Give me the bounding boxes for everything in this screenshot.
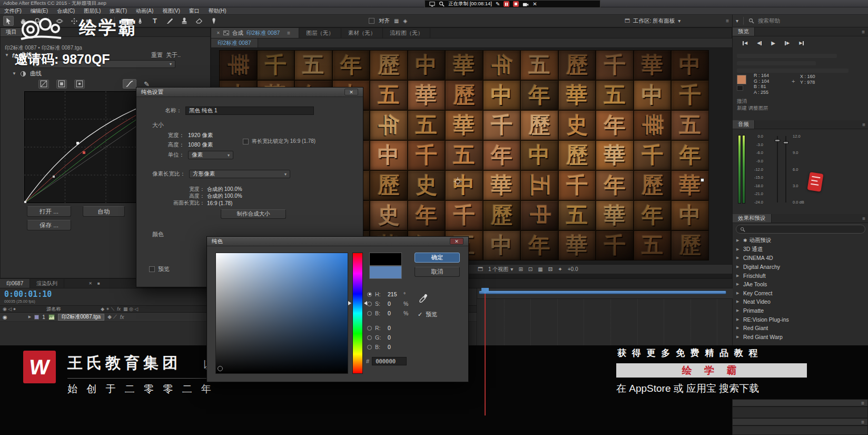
chevron-down-icon[interactable]: ▾ — [678, 18, 680, 24]
expand-icon[interactable]: ▶ — [736, 265, 743, 269]
preset-folder-row[interactable]: ▶CINEMA 4D — [733, 254, 868, 263]
channel-grid-icon[interactable] — [38, 80, 49, 89]
menu-item[interactable]: 视图(V) — [162, 7, 180, 15]
units-dropdown[interactable]: 像素▾ — [188, 151, 233, 159]
width-value[interactable]: 1920 像素 — [188, 132, 213, 139]
color-component-row[interactable]: B:0 — [367, 342, 415, 352]
component-value[interactable]: 0 — [388, 310, 400, 316]
selection-tool[interactable] — [3, 16, 14, 26]
checkerboard-icon[interactable]: ▦ — [538, 266, 542, 272]
layer-visibility-icon[interactable]: ◉ — [3, 314, 7, 320]
workspace-selector[interactable]: 🗖 工作区: 所有面板 ▾ ≡ — [623, 15, 732, 27]
text-tool[interactable]: T — [150, 16, 160, 26]
prev-frame-button[interactable]: ◀ — [754, 41, 764, 45]
expand-icon[interactable]: ▶ — [736, 247, 743, 252]
dialog-titlebar[interactable]: 纯色 ✕ — [207, 237, 468, 246]
menu-item[interactable]: 动画(A) — [136, 7, 153, 15]
expand-icon[interactable]: ▶ — [736, 238, 743, 243]
collapsed-panel-header[interactable]: ≡ — [732, 399, 868, 407]
preset-folder-row[interactable]: ▶Red Giant — [733, 324, 868, 333]
curves-open-button[interactable]: 打开 ... — [27, 206, 71, 217]
preset-folder-row[interactable]: ▶Key Correct — [733, 289, 868, 298]
radio-icon[interactable] — [367, 292, 372, 297]
preset-folder-row[interactable]: ▶✱动画预设 — [733, 236, 868, 245]
track-area[interactable] — [477, 299, 733, 349]
eyedropper-icon[interactable] — [419, 294, 428, 303]
radio-icon[interactable] — [367, 345, 372, 350]
preset-folder-row[interactable]: ▶Primatte — [733, 306, 868, 315]
exposure-value[interactable]: +0.0 — [568, 266, 578, 272]
tab-audio[interactable]: 音频 — [733, 120, 755, 129]
curve-tool-icon[interactable] — [123, 79, 136, 89]
preset-folder-row[interactable]: ▶Digital Anarchy — [733, 263, 868, 272]
preset-folder-row[interactable]: ▶3D 通道 — [733, 245, 868, 254]
panel-menu-icon[interactable]: ≡ — [287, 30, 290, 36]
expand-icon[interactable]: ▶ — [736, 256, 743, 260]
history-undo[interactable]: 撤消 — [737, 98, 747, 105]
camera-icon[interactable] — [522, 2, 529, 7]
lock-aspect-checkbox[interactable] — [243, 139, 249, 144]
puppet-pin-tool[interactable] — [209, 16, 219, 26]
hex-input[interactable]: 000000 — [372, 357, 407, 365]
layer-label-color[interactable] — [34, 315, 39, 320]
source-name-header[interactable]: 源名称 — [46, 306, 61, 313]
pixel-aspect-icon[interactable]: ⊞ — [518, 266, 522, 272]
collapsed-panel-header[interactable]: ≡ — [732, 418, 868, 426]
panel-menu-icon[interactable]: ≡ — [861, 419, 864, 425]
menu-item[interactable]: 帮助(H) — [209, 7, 226, 15]
name-input[interactable]: 黑色 纯色 1 — [185, 107, 314, 115]
comp-panel-tab[interactable]: 流程图（无） — [383, 28, 430, 38]
collapse-icon[interactable]: ▼ — [5, 53, 9, 57]
panel-menu-icon[interactable]: ≡ — [726, 18, 729, 24]
close-icon[interactable]: ✕ — [450, 238, 463, 245]
close-icon[interactable]: ✕ — [216, 31, 220, 35]
ok-button[interactable]: 确定 — [415, 253, 460, 263]
help-search-input[interactable]: 搜索帮助 — [758, 17, 780, 25]
hue-pointer-left[interactable] — [348, 301, 351, 305]
color-component-row[interactable]: R:0 — [367, 323, 415, 333]
tab-preview[interactable]: 预览 — [733, 27, 755, 36]
viewer-tab[interactable]: 印2标准 0087 — [211, 38, 258, 47]
panel-menu-icon[interactable]: ≡ — [862, 216, 865, 221]
component-value[interactable]: 0 — [388, 325, 400, 331]
mask-visibility-icon[interactable]: ⚄ — [548, 266, 553, 272]
height-value[interactable]: 1080 像素 — [188, 141, 213, 149]
layer-name[interactable]: 印2标准0087.tga — [58, 314, 105, 321]
dialog-titlebar[interactable]: 纯色设置 ✕ — [136, 88, 363, 97]
view-count-dropdown[interactable]: 1 个视图▾ — [488, 266, 513, 273]
close-icon[interactable]: ✕ — [532, 2, 537, 7]
expand-icon[interactable]: ▶ — [736, 317, 743, 322]
component-value[interactable]: 215 — [388, 291, 400, 297]
tab-composition[interactable]: ✕ 合成 印2标准 0087 ≡ — [211, 28, 299, 38]
curves-save-button[interactable]: 保存 ... — [27, 220, 71, 230]
layer-expand-icon[interactable]: ▶ — [28, 315, 31, 319]
component-value[interactable]: 0 — [388, 334, 400, 341]
channel-dot-icon[interactable] — [74, 80, 85, 89]
first-frame-button[interactable]: ◀ — [740, 41, 750, 45]
preset-folder-row[interactable]: ▶Neat Video — [733, 297, 868, 306]
color-component-row[interactable]: H:215° — [367, 289, 415, 299]
reset-link[interactable]: 重置 — [151, 51, 163, 59]
stop-record-button[interactable] — [513, 1, 519, 7]
play-button[interactable]: ▶ — [768, 40, 778, 46]
expand-icon[interactable]: ▶ — [736, 308, 743, 313]
preview-checkbox[interactable] — [149, 266, 155, 272]
snap-checkbox[interactable] — [369, 18, 374, 24]
brush-tool[interactable] — [164, 16, 175, 26]
current-timecode[interactable]: 0:00:01:10 — [4, 289, 52, 299]
preset-folder-row[interactable]: ▶JAe Tools — [733, 280, 868, 289]
collapse-icon[interactable]: ▼ — [12, 71, 16, 76]
radio-icon[interactable] — [367, 335, 372, 340]
last-frame-button[interactable]: ▶ — [796, 41, 806, 45]
snap-option-icon-2[interactable]: ◈ — [403, 18, 407, 24]
about-link[interactable]: 关于.. — [166, 51, 181, 59]
region-of-interest-icon[interactable]: ⊡ — [528, 266, 532, 272]
audio-slider-handle[interactable] — [775, 139, 780, 142]
make-comp-size-button[interactable]: 制作合成大小 — [221, 209, 286, 219]
clone-stamp-tool[interactable] — [179, 16, 190, 26]
hue-slider[interactable] — [352, 253, 363, 374]
tab-render-queue[interactable]: 渲染队列 — [30, 279, 64, 288]
preset-folder-row[interactable]: ▶Frischluft — [733, 271, 868, 280]
panel-menu-icon[interactable]: ≡ — [862, 122, 865, 128]
expand-icon[interactable]: ▶ — [736, 299, 743, 304]
